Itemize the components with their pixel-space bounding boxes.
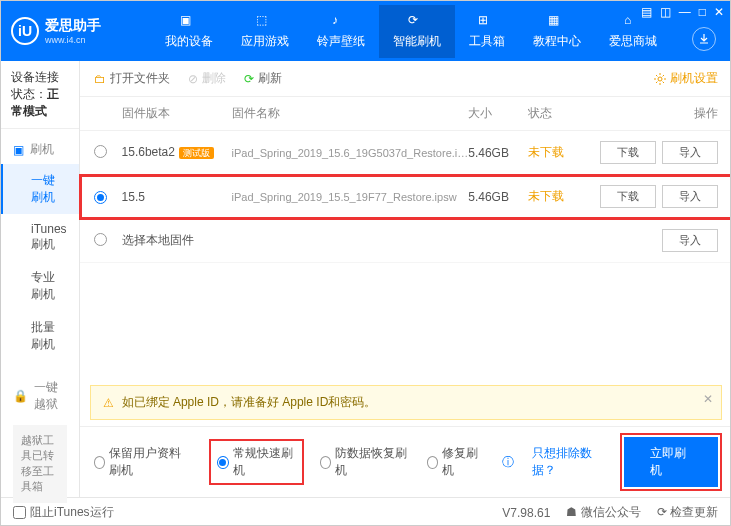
nav-教程中心[interactable]: ▦教程中心 [519, 5, 595, 58]
nav-icon: ⌂ [624, 13, 642, 31]
sidebar-item-批量刷机[interactable]: 批量刷机 [1, 311, 79, 361]
block-itunes-checkbox[interactable]: 阻止iTunes运行 [13, 504, 114, 521]
import-local-button[interactable]: 导入 [662, 229, 718, 252]
refresh-icon: ⟳ [244, 72, 254, 86]
gear-icon [654, 73, 666, 85]
exclude-data-link[interactable]: 只想排除数据？ [532, 445, 606, 479]
import-button[interactable]: 导入 [662, 141, 718, 164]
col-ops: 操作 [588, 105, 718, 122]
app-subtitle: www.i4.cn [45, 35, 101, 45]
download-button[interactable]: 下载 [600, 185, 656, 208]
radio-firmware[interactable] [94, 145, 107, 158]
nav-我的设备[interactable]: ▣我的设备 [151, 5, 227, 58]
import-button[interactable]: 导入 [662, 185, 718, 208]
nav-icon: ⟳ [408, 13, 426, 31]
nav-icon: ⊞ [478, 13, 496, 31]
version-label: V7.98.61 [502, 506, 550, 520]
firmware-row[interactable]: 15.6beta2测试版iPad_Spring_2019_15.6_19G503… [80, 131, 731, 175]
radio-local[interactable] [94, 233, 107, 246]
nav-icon: ♪ [332, 13, 350, 31]
section-more[interactable]: ▸ 更多 [1, 521, 79, 526]
app-title: 爱思助手 [45, 17, 101, 35]
opt-anti-recovery[interactable]: 防数据恢复刷机 [320, 445, 409, 479]
update-icon: ⟳ [657, 505, 667, 519]
col-size: 大小 [468, 105, 528, 122]
jailbreak-note: 越狱工具已转移至工具箱 [13, 425, 67, 503]
opt-keep-data[interactable]: 保留用户资料刷机 [94, 445, 194, 479]
close-warning-icon[interactable]: ✕ [703, 392, 713, 406]
flash-settings-button[interactable]: 刷机设置 [654, 70, 718, 87]
sidebar-item-专业刷机[interactable]: 专业刷机 [1, 261, 79, 311]
flash-now-button[interactable]: 立即刷机 [624, 437, 718, 487]
minimize-icon[interactable]: — [679, 5, 691, 19]
refresh-button[interactable]: ⟳ 刷新 [244, 70, 282, 87]
nav-智能刷机[interactable]: ⟳智能刷机 [379, 5, 455, 58]
flash-icon: ▣ [13, 143, 24, 157]
warning-icon: ⚠ [103, 396, 114, 410]
col-status: 状态 [528, 105, 588, 122]
radio-firmware[interactable] [94, 191, 107, 204]
opt-repair-flash[interactable]: 修复刷机 [427, 445, 484, 479]
nav-铃声壁纸[interactable]: ♪铃声壁纸 [303, 5, 379, 58]
info-icon[interactable]: ⓘ [502, 454, 514, 471]
maximize-icon[interactable]: □ [699, 5, 706, 19]
wechat-icon: ☗ [566, 505, 577, 519]
section-flash[interactable]: ▣ 刷机 [1, 135, 79, 164]
local-firmware-row[interactable]: 选择本地固件 导入 [80, 219, 731, 263]
nav-icon: ▦ [548, 13, 566, 31]
download-manager-icon[interactable] [692, 27, 716, 51]
lock-icon: 🔒 [13, 389, 28, 403]
opt-normal-flash[interactable]: 常规快速刷机 [211, 441, 301, 483]
nav-应用游戏[interactable]: ⬚应用游戏 [227, 5, 303, 58]
menu-icon[interactable]: ▤ [641, 5, 652, 19]
skin-icon[interactable]: ◫ [660, 5, 671, 19]
firmware-row[interactable]: 15.5iPad_Spring_2019_15.5_19F77_Restore.… [80, 175, 731, 219]
nav-icon: ⬚ [256, 13, 274, 31]
nav-icon: ▣ [180, 13, 198, 31]
window-controls: ▤ ◫ — □ ✕ [641, 5, 724, 19]
nav-工具箱[interactable]: ⊞工具箱 [455, 5, 519, 58]
appleid-warning: ⚠ 如已绑定 Apple ID，请准备好 Apple ID和密码。 ✕ [90, 385, 723, 420]
download-button[interactable]: 下载 [600, 141, 656, 164]
connection-status: 设备连接状态：正常模式 [1, 61, 79, 129]
col-version: 固件版本 [122, 105, 232, 122]
folder-icon: 🗀 [94, 72, 106, 86]
app-logo: iU 爱思助手 www.i4.cn [11, 17, 151, 45]
sidebar-item-iTunes刷机[interactable]: iTunes刷机 [1, 214, 79, 261]
svg-point-0 [658, 77, 662, 81]
col-name: 固件名称 [232, 105, 469, 122]
open-folder-button[interactable]: 🗀 打开文件夹 [94, 70, 170, 87]
close-icon[interactable]: ✕ [714, 5, 724, 19]
sidebar-item-一键刷机[interactable]: 一键刷机 [1, 164, 79, 214]
delete-icon: ⊘ [188, 72, 198, 86]
logo-icon: iU [11, 17, 39, 45]
wechat-link[interactable]: ☗ 微信公众号 [566, 504, 640, 521]
check-update-link[interactable]: ⟳ 检查更新 [657, 504, 718, 521]
delete-button[interactable]: ⊘ 删除 [188, 70, 226, 87]
section-jailbreak[interactable]: 🔒 一键越狱 [1, 373, 79, 419]
